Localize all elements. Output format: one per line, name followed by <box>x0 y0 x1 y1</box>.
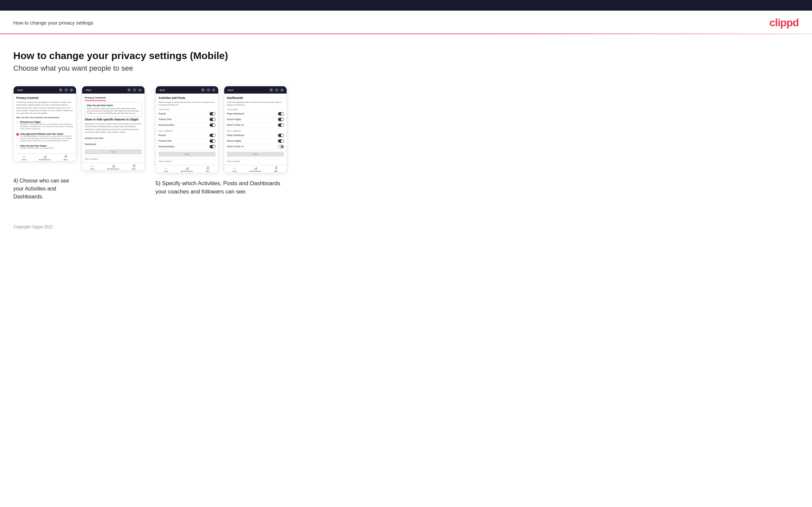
page-title: How to change your privacy settings (Mob… <box>13 50 799 61</box>
arrow-row-dashboards[interactable]: Dashboards › <box>85 142 142 147</box>
settings-icon-4[interactable]: ⚙ <box>280 88 284 92</box>
coaches-drills-toggle[interactable] <box>210 118 215 121</box>
screenshot-group-1: ‹ Back 🔍 👤 ⚙ Privacy Controls Control ho… <box>13 86 145 201</box>
search-icon-2[interactable]: 🔍 <box>127 88 131 92</box>
radio-only-you[interactable]: Only You and Your Coach Only you and the… <box>16 143 73 151</box>
nav-performance-2[interactable]: 📊 My Performance <box>103 164 124 170</box>
screenshot-1: ‹ Back 🔍 👤 ⚙ Privacy Controls Control ho… <box>13 86 77 162</box>
top-bar <box>0 0 812 11</box>
followers-round-insights-row[interactable]: Round Insights <box>227 138 284 144</box>
search-icon-4[interactable]: 🔍 <box>269 88 273 92</box>
coaches-drills-row[interactable]: Practice Drills <box>158 117 215 122</box>
menu-icon-4: ☰ <box>275 167 277 170</box>
user-icon-4[interactable]: 👤 <box>275 88 278 92</box>
show-hide-title: Show or hide specific features in Clippd <box>85 118 142 121</box>
nav-menu-3[interactable]: ☰ Menu <box>197 167 218 172</box>
who-can-see-label: Who Can See Your Activities and Dashboar… <box>16 116 73 118</box>
user-icon-3[interactable]: 👤 <box>206 88 210 92</box>
home-icon-2: ⌂ <box>92 164 93 168</box>
followers-player-toggle[interactable] <box>278 134 284 137</box>
nav-home-1[interactable]: ⌂ Home <box>14 155 35 161</box>
search-icon-3[interactable]: 🔍 <box>201 88 205 92</box>
user-icon-2[interactable]: 👤 <box>133 88 137 92</box>
settings-icon-1[interactable]: ⚙ <box>69 88 73 92</box>
phone-topbar-1: ‹ Back 🔍 👤 ⚙ <box>14 86 76 94</box>
coaches-rounds-row[interactable]: Rounds <box>158 111 215 117</box>
nav-menu-4[interactable]: ☰ Menu <box>266 167 287 172</box>
popup-desc: Only you and the coaches you connect wit… <box>87 108 140 114</box>
radio-approved[interactable]: Only Approved Followers and Your Coach O… <box>16 131 73 143</box>
page-subtitle: Choose what you want people to see <box>13 64 799 73</box>
nav-performance-1[interactable]: 📊 My Performance <box>35 155 55 161</box>
menu-icon-1: ☰ <box>64 155 67 158</box>
coaches-rounds-toggle[interactable] <box>210 112 215 115</box>
followers-rounds-row[interactable]: Rounds <box>158 133 215 138</box>
followers-what-to-work-toggle[interactable] <box>278 145 284 148</box>
coaches-manual-row[interactable]: Manual Activities <box>158 122 215 128</box>
search-icon-1[interactable]: 🔍 <box>59 88 63 92</box>
header: How to change your privacy settings clip… <box>0 11 812 34</box>
radio-everyone-text: Everyone on Clippd Everyone on Clippd ca… <box>20 121 73 130</box>
followers-rounds-toggle[interactable] <box>210 134 215 137</box>
followers-manual-toggle[interactable] <box>210 145 215 148</box>
settings-icon-2[interactable]: ⚙ <box>138 88 142 92</box>
save-btn-4[interactable]: Save <box>227 152 284 157</box>
nav-home-4[interactable]: ⌂ Home <box>224 167 245 172</box>
coaches-round-insights-row[interactable]: Round Insights <box>227 117 284 122</box>
topbar-icons-3: 🔍 👤 ⚙ <box>201 88 215 92</box>
phone-body-1: Privacy Controls Control how you and you… <box>14 94 76 153</box>
nav-menu-2[interactable]: ☰ Menu <box>123 164 145 170</box>
help-support-2: Help & Support <box>85 156 142 160</box>
phone-topbar-3: ‹ Back 🔍 👤 ⚙ <box>156 86 218 94</box>
radio-circle-everyone <box>16 121 19 124</box>
back-btn-3[interactable]: ‹ Back <box>158 89 165 91</box>
coaches-player-toggle[interactable] <box>278 112 284 115</box>
radio-circle-only-you <box>16 145 19 148</box>
back-btn-4[interactable]: ‹ Back <box>227 89 234 91</box>
screenshots-grid: ‹ Back 🔍 👤 ⚙ Privacy Controls Control ho… <box>13 86 799 201</box>
privacy-controls-desc: Control how you and your data appears to… <box>16 101 73 114</box>
popup-box: Only You and Your Coach Only you and the… <box>85 102 142 116</box>
back-btn-2[interactable]: ‹ Back <box>85 89 91 91</box>
topbar-icons-1: 🔍 👤 ⚙ <box>59 88 73 92</box>
save-btn-2[interactable]: Save <box>85 149 142 154</box>
nav-menu-1[interactable]: ☰ Menu <box>55 155 76 161</box>
screenshot-group-2: ‹ Back 🔍 👤 ⚙ Activities and Posts Select… <box>155 86 287 196</box>
followers-round-insights-toggle[interactable] <box>278 139 284 143</box>
coaches-player-row[interactable]: Player Dashboard <box>227 111 284 117</box>
activities-posts-desc: Select the types of activity that you'd … <box>158 101 215 107</box>
help-support-4: Help & Support <box>227 159 284 162</box>
performance-icon-3: 📊 <box>185 167 189 170</box>
main-content: How to change your privacy settings (Mob… <box>0 34 812 214</box>
followers-manual-row[interactable]: Manual Activities <box>158 144 215 150</box>
breadcrumb: How to change your privacy settings <box>13 20 93 25</box>
user-icon-1[interactable]: 👤 <box>64 88 68 92</box>
copyright: Copyright Clippd 2022 <box>13 225 53 229</box>
arrow-row-activities[interactable]: Activities and Posts › <box>85 135 142 142</box>
nav-home-3[interactable]: ⌂ Home <box>156 167 177 172</box>
home-icon-3: ⌂ <box>165 167 167 170</box>
menu-icon-2: ☰ <box>133 164 136 168</box>
followers-what-to-work-row[interactable]: What To Work On <box>227 144 284 150</box>
save-btn-3[interactable]: Save <box>158 152 215 157</box>
coaches-manual-toggle[interactable] <box>210 123 215 127</box>
followers-player-row[interactable]: Player Dashboard <box>227 133 284 138</box>
performance-icon-1: 📊 <box>43 155 47 158</box>
coaches-what-to-work-row[interactable]: What To Work On <box>227 122 284 128</box>
phone-topbar-2: ‹ Back 🔍 👤 ⚙ <box>82 86 145 94</box>
coaches-what-to-work-toggle[interactable] <box>278 123 284 127</box>
followers-drills-row[interactable]: Practice Drills <box>158 138 215 144</box>
footer: Copyright Clippd 2022 <box>0 214 812 236</box>
privacy-controls-tab[interactable]: Privacy Controls <box>85 96 106 101</box>
coaches-round-insights-toggle[interactable] <box>278 118 284 121</box>
nav-home-2[interactable]: ⌂ Home <box>82 164 103 170</box>
dashboards-desc: Select the dashboards that you'd like to… <box>227 101 284 107</box>
help-support-3: Help & Support <box>158 159 215 162</box>
followers-drills-toggle[interactable] <box>210 139 215 143</box>
settings-icon-3[interactable]: ⚙ <box>211 88 215 92</box>
phone-body-4: Dashboards Select the dashboards that yo… <box>224 94 287 165</box>
back-btn-1[interactable]: ‹ Back <box>16 89 23 91</box>
radio-everyone[interactable]: Everyone on Clippd Everyone on Clippd ca… <box>16 119 73 131</box>
nav-performance-3[interactable]: 📊 My Performance <box>177 167 198 172</box>
nav-performance-4[interactable]: 📊 My Performance <box>245 167 266 172</box>
